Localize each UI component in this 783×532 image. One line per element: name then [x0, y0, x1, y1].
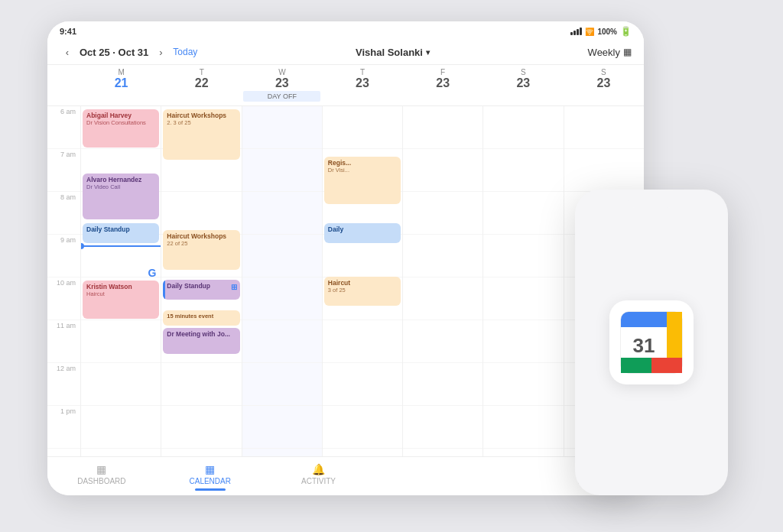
time-column: 6 am 7 am 8 am 9 am 10 am 11 am 12 am 1 … [47, 106, 81, 456]
time-6am: 6 am [47, 106, 80, 149]
time-10am: 10 am [47, 277, 80, 320]
day-off-banner: Day off [243, 91, 320, 102]
event-haircut-thu[interactable]: Haircut 3 of 25 [324, 277, 401, 306]
activity-label: ACTIVITY [301, 477, 336, 485]
svg-rect-6 [621, 365, 629, 373]
user-section[interactable]: Vishal Solanki ▾ [356, 47, 430, 58]
time-gutter-header [47, 65, 81, 105]
nav-section: ‹ Oct 25 · Oct 31 › Today [60, 44, 197, 60]
scene: 9:41 🛜 100% 🔋 ‹ Oct 25 · Oct 31 › Today [47, 21, 736, 511]
calendar-grid: 6 am 7 am 8 am 9 am 10 am 11 am 12 am 1 … [47, 106, 644, 456]
google-cal-svg: 31 [617, 308, 686, 377]
phone: 31 [575, 190, 728, 495]
svg-rect-10 [667, 312, 678, 327]
calendar-header: ‹ Oct 25 · Oct 31 › Today Vishal Solanki… [47, 40, 644, 65]
next-arrow[interactable]: › [153, 44, 168, 60]
view-label: Weekly [588, 47, 620, 58]
nav-dashboard[interactable]: ▦ DASHBOARD [47, 463, 156, 491]
tablet: 9:41 🛜 100% 🔋 ‹ Oct 25 · Oct 31 › Today [47, 21, 644, 495]
event-daily-standup-tue[interactable]: Daily Standup ⊞ [163, 280, 239, 300]
day-col-sat[interactable] [483, 106, 564, 456]
day-header-fri: F23 [403, 65, 483, 105]
svg-text:31: 31 [633, 334, 655, 357]
day-col-wed[interactable] [242, 106, 323, 456]
time-9am: 9 am [47, 235, 80, 277]
time-8am: 8 am [47, 192, 80, 235]
signal-icon [570, 28, 582, 35]
event-alvaro[interactable]: Alvaro Hernandez Dr Video Call [83, 174, 159, 219]
nav-active-indicator [195, 488, 226, 491]
calendar-label: CALENDAR [189, 477, 230, 485]
day-header-wed: W23 Day off [242, 65, 322, 105]
phone-notch [629, 197, 674, 208]
day-header-thu: T23 [322, 65, 402, 105]
nav-calendar[interactable]: ▦ CALENDAR [156, 463, 265, 491]
day-col-mon[interactable]: Abigail Harvey Dr Vision Consultations A… [81, 106, 161, 456]
today-button[interactable]: Today [173, 47, 197, 57]
event-indicator [163, 280, 165, 300]
time: 9:41 [60, 27, 76, 36]
day-header-sat: S23 [483, 65, 564, 105]
svg-rect-4 [621, 358, 651, 365]
day-col-thu[interactable]: Regis... Dr Visi... Daily Haircut 3 of 2… [323, 106, 403, 456]
day-header-mon: M21 [81, 65, 161, 105]
current-time-line [81, 245, 161, 247]
user-name: Vishal Solanki [356, 47, 423, 58]
day-headers: M21 T22 W23 Day off T23 F23 S23 S23 [47, 65, 644, 106]
nav-activity[interactable]: 🔔 ACTIVITY [265, 463, 373, 491]
microsoft-icon: ⊞ [231, 283, 237, 291]
event-meeting-jo[interactable]: Dr Meeting with Jo... [163, 328, 239, 354]
time-11am: 11 am [47, 320, 80, 363]
prev-arrow[interactable]: ‹ [60, 44, 75, 60]
day-header-tue: T22 [161, 65, 242, 105]
time-1pm: 1 pm [47, 406, 80, 449]
view-icon: ▦ [623, 47, 632, 57]
event-15min[interactable]: 15 minutes event [163, 310, 239, 326]
event-abigail[interactable]: Abigail Harvey Dr Vision Consultations [83, 109, 159, 148]
event-haircut-workshops-2[interactable]: Haircut Workshops 22 of 25 [163, 230, 239, 270]
time-12am: 12 am [47, 363, 80, 406]
calendar-icon: ▦ [205, 463, 215, 475]
google-calendar-icon: 31 [609, 300, 694, 384]
google-g-icon: G [148, 267, 156, 279]
chevron-down-icon: ▾ [426, 48, 430, 57]
day-col-fri[interactable] [403, 106, 483, 456]
wifi-icon: 🛜 [585, 28, 594, 36]
battery-icon: 🔋 [620, 26, 632, 37]
status-icons: 🛜 100% 🔋 [570, 26, 632, 37]
event-haircut-workshops-1[interactable]: Haircut Workshops 2. 3 of 25 [163, 109, 239, 160]
svg-rect-8 [651, 365, 678, 373]
day-header-sun: S23 [564, 65, 644, 105]
bottom-nav: ▦ DASHBOARD ▦ CALENDAR 🔔 ACTIVITY ≡ MORE [47, 456, 644, 495]
battery-label: 100% [597, 28, 617, 36]
days-grid: Abigail Harvey Dr Vision Consultations A… [81, 106, 644, 456]
dashboard-label: DASHBOARD [77, 477, 125, 485]
dashboard-icon: ▦ [96, 463, 106, 475]
date-range: Oct 25 · Oct 31 [80, 47, 148, 58]
view-section[interactable]: Weekly ▦ [588, 47, 632, 58]
activity-icon: 🔔 [312, 463, 325, 475]
time-7am: 7 am [47, 149, 80, 192]
event-daily-thu[interactable]: Daily [324, 223, 401, 243]
event-regis[interactable]: Regis... Dr Visi... [324, 157, 401, 204]
event-kristin[interactable]: Kristin Watson Haircut [83, 281, 159, 319]
day-col-tue[interactable]: Haircut Workshops 2. 3 of 25 Haircut Wor… [161, 106, 242, 456]
event-daily-standup-mon[interactable]: Daily Standup [83, 223, 159, 243]
status-bar: 9:41 🛜 100% 🔋 [47, 21, 644, 40]
